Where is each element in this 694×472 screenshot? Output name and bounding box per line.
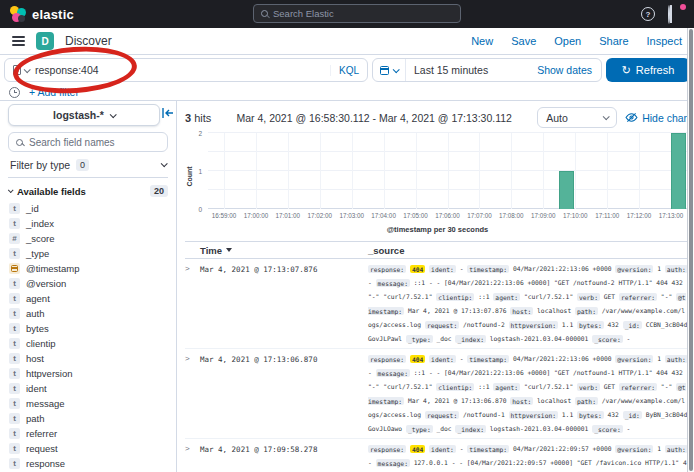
source-field-badge: httpversion: [509,321,559,329]
field-item-host[interactable]: thost [8,351,168,366]
v-gridline [607,133,608,209]
help-icon[interactable]: ? [641,7,655,21]
saved-query-icon[interactable] [13,65,29,75]
v-gridline [511,133,512,209]
expand-doc-icon[interactable]: > [185,262,200,346]
field-item-referrer[interactable]: treferrer [8,426,168,441]
calendar-button[interactable] [373,59,406,81]
nav-actions: NewSaveOpenShareInspect [471,35,682,47]
recent-filters-icon[interactable] [9,87,20,98]
x-tick-label: 17:09:00 [531,212,556,219]
source-field-badge: referrer: [619,383,657,391]
field-item-response[interactable]: tresponse [8,456,168,471]
global-search-input[interactable]: Search Elastic [253,4,461,23]
source-value: - [627,335,631,342]
source-value: Mar 4, 2021 @ 17:13:06.870 [408,397,507,404]
field-name: _index [26,218,54,229]
source-value: _doc [436,425,451,432]
query-input[interactable]: response:404 KQL [4,58,368,82]
doc-rows: >Mar 4, 2021 @ 17:13:07.876response: 404… [185,259,690,472]
source-field-badge: auth: [665,355,688,363]
source-value: - [368,459,372,466]
v-gridline [256,133,257,209]
index-pattern-selector[interactable]: logstash-* [8,104,160,126]
field-item-@timestamp[interactable]: @timestamp [8,261,168,276]
source-value: 04/Mar/2021:22:13:06 +0000 [513,355,612,362]
source-field-badge: auth: [665,445,688,453]
text-field-icon: t [9,293,20,304]
nav-action-open[interactable]: Open [554,35,581,47]
field-item-agent[interactable]: tagent [8,291,168,306]
x-tick-label: 17:08:00 [499,212,524,219]
field-item-message[interactable]: tmessage [8,396,168,411]
scrollbar-thumb[interactable] [689,29,693,471]
filter-count-badge: 0 [76,159,89,171]
nav-action-save[interactable]: Save [511,35,536,47]
field-name: ident [26,383,47,394]
histogram-bar[interactable] [671,133,686,209]
show-dates-link[interactable]: Show dates [528,64,601,76]
field-item-_index[interactable]: t_index [8,216,168,231]
refresh-button[interactable]: ↻ Refresh [606,58,690,82]
available-fields-header[interactable]: Available fields 20 [8,185,168,197]
doc-time: Mar 4, 2021 @ 17:13:06.870 [200,352,368,436]
histogram-bar[interactable] [559,171,574,209]
field-item-httpversion[interactable]: thttpversion [8,366,168,381]
v-gridline [639,133,640,209]
results-header: 3 hits Mar 4, 2021 @ 16:58:30.112 - Mar … [185,101,690,130]
nav-action-share[interactable]: Share [599,35,628,47]
field-item-path[interactable]: tpath [8,411,168,426]
filter-by-type[interactable]: Filter by type 0 [8,152,168,178]
source-column-header: _source [368,245,690,256]
field-item-ident[interactable]: tident [8,381,168,396]
expand-doc-icon[interactable]: > [185,442,200,472]
source-field-badge: ident: [429,265,456,273]
field-item-auth[interactable]: tauth [8,306,168,321]
source-field-badge: auth: [665,265,688,273]
global-search-placeholder: Search Elastic [273,8,334,19]
field-name: response [26,458,65,469]
query-text[interactable]: response:404 [35,64,99,76]
field-item-_type[interactable]: t_type [8,246,168,261]
doc-source: response: 404 ident: - timestamp: 04/Mar… [368,442,690,472]
scrollbar[interactable] [687,28,694,472]
field-item-clientip[interactable]: tclientip [8,336,168,351]
source-value: "curl/7.52.1" [524,383,573,390]
nav-action-inspect[interactable]: Inspect [647,35,682,47]
menu-icon[interactable] [12,36,25,46]
user-avatar[interactable] [668,6,684,22]
expand-doc-icon[interactable]: > [185,352,200,436]
add-filter-link[interactable]: + Add filter [29,86,79,98]
source-value: /notfound-2 [463,321,505,328]
hide-chart-button[interactable]: Hide chart [625,112,690,124]
x-tick-label: 17:04:00 [371,212,396,219]
elastic-logo[interactable]: elastic [10,6,74,22]
x-tick-label: 17:05:00 [403,212,428,219]
x-tick-label: 17:02:00 [308,212,333,219]
search-icon [261,10,268,17]
search-icon [16,139,23,146]
content: logstash-* Search field names Filter by … [0,101,694,472]
nav-action-new[interactable]: New [471,35,493,47]
source-field-badge: path: [575,397,598,405]
field-item-_id[interactable]: t_id [8,201,168,216]
x-tick-label: 17:11:00 [595,212,619,219]
source-field-badge: request: [425,321,459,329]
time-column-header[interactable]: Time [200,245,368,256]
collapse-sidebar-icon[interactable] [162,107,174,119]
field-item-bytes[interactable]: tbytes [8,321,168,336]
query-language-button[interactable]: KQL [330,65,359,76]
source-field-badge: verb: [577,293,600,301]
source-value: 1 [657,265,661,272]
time-range-label[interactable]: Last 15 minutes [406,64,528,76]
app-badge[interactable]: D [36,32,54,50]
field-item-@version[interactable]: t@version [8,276,168,291]
field-item-request[interactable]: trequest [8,441,168,456]
v-gridline [575,133,576,209]
field-search-input[interactable]: Search field names [8,132,168,152]
field-item-_score[interactable]: #_score [8,231,168,246]
interval-select[interactable]: Auto [537,107,617,128]
x-axis-label: @timestamp per 30 seconds [185,225,690,234]
brand-text: elastic [32,7,74,22]
v-gridline [416,133,417,209]
